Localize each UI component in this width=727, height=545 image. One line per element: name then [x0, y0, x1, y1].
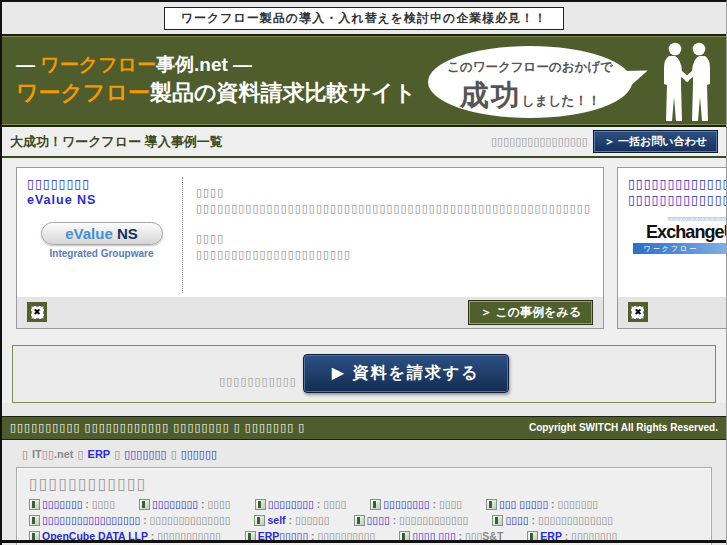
related-link-label[interactable]: self	[267, 514, 285, 526]
evalue-logo-subtitle: Integrated Groupware	[27, 248, 176, 259]
section-header: 大成功！ワークフロー 導入事例一覧 ▯▯▯▯▯▯▯▯▯▯▯▯▯▯▯▯ ＞ 一括お…	[2, 127, 726, 158]
evalue-logo-blue: eValue	[65, 225, 113, 242]
related-link-label[interactable]: ▯▯▯▯▯▯▯▯▯▯▯▯▯▯▯▯▯	[42, 514, 140, 526]
main-content: ▯▯▯▯▯▯▯▯eValue NS eValue NS Integrated G…	[2, 158, 726, 403]
bubble-text-top: このワークフローのおかげで	[428, 46, 632, 76]
breadcrumb-link[interactable]: ERP	[88, 448, 111, 460]
external-link-icon[interactable]	[29, 499, 40, 510]
section-body: ▯▯▯▯▯▯▯▯▯▯▯▯▯▯▯▯▯▯▯▯▯▯▯▯▯▯▯▯▯▯▯▯▯▯▯▯▯▯▯▯…	[196, 201, 591, 215]
footer-nav-placeholder: ▯▯▯▯▯▯▯▯▯▯ ▯▯▯▯▯▯▯▯▯▯▯▯ ▯▯▯▯▯▯▯▯ ▯ ▯▯▯▯▯…	[10, 421, 305, 434]
link-separator: :	[390, 514, 399, 526]
speech-bubble: このワークフローのおかげで 成功しました！！	[428, 46, 632, 118]
link-separator: :	[286, 514, 295, 526]
related-links-list: ▯▯▯▯▯▯▯ : ▯▯▯▯▯▯▯▯▯▯▯▯ : ▯▯▯▯▯▯▯▯▯▯▯▯ : …	[29, 496, 699, 545]
title-orange: ワークフロー	[40, 54, 156, 75]
card-main: ▯▯▯▯▯▯▯▯▯▯▯▯▯▯▯▯▯▯▯▯▯▯▯▯▯▯▯ ▯▯▯▯▯▯▯▯▯▯▯▯…	[618, 168, 727, 297]
section-heading: ▯▯▯▯	[196, 232, 591, 245]
top-banner-row: ワークフロー製品の導入・入れ替えを検討中の企業様必見！！	[2, 2, 726, 30]
link-separator: :	[529, 514, 538, 526]
evalue-logo: eValue NS Integrated Groupware	[27, 222, 176, 259]
exchangeuse-logo: ▯▯▯▯▯▯▯▯▯▯▯▯▯▯▯▯▯▯▯▯▯▯▯▯▯▯▯▯ ExchangeUSE…	[633, 216, 727, 254]
bubble-rest-word: しました！！	[521, 93, 600, 108]
related-link-label[interactable]: ▯▯▯▯▯▯▯▯	[383, 498, 429, 510]
breadcrumb-text: ▯	[171, 448, 177, 460]
bubble-big-word: 成功	[459, 79, 521, 111]
related-link-label[interactable]: ▯▯▯▯	[367, 514, 390, 526]
related-link-desc: ▯▯▯▯▯▯▯▯▯▯▯▯	[399, 514, 468, 526]
link-separator: :	[82, 498, 91, 510]
broken-image-icon[interactable]: ✖	[628, 302, 648, 322]
title-rest: 事例.net ―	[156, 54, 252, 75]
related-link-item: ▯▯▯▯▯▯▯▯▯▯▯▯▯▯▯▯▯ : ▯▯▯▯▯▯▯▯▯▯▯▯▯▯	[29, 512, 230, 528]
related-link-label[interactable]: ▯▯▯▯▯▯▯▯	[152, 498, 198, 510]
external-link-icon[interactable]	[354, 515, 365, 526]
title-dash: ―	[16, 54, 40, 75]
window-bottom-edge	[2, 540, 726, 543]
broken-image-icon[interactable]: ✖	[27, 302, 47, 322]
related-link-desc: ▯▯▯▯▯▯▯▯▯▯▯▯▯▯	[150, 514, 231, 526]
related-link-label[interactable]: ▯▯▯▯	[505, 514, 528, 526]
card-left-column: ▯▯▯▯▯▯▯▯eValue NS eValue NS Integrated G…	[27, 177, 183, 293]
site-title-block: ― ワークフロー事例.net ― ワークフロー製品の資料請求比較サイト	[16, 52, 416, 107]
related-links-title: ▯▯▯▯▯▯▯▯▯▯▯▯	[29, 474, 699, 493]
request-documents-button[interactable]: ▶ 資料を請求する	[303, 354, 509, 393]
external-link-icon[interactable]	[492, 515, 503, 526]
subheader-placeholder-text: ▯▯▯▯▯▯▯▯▯▯▯▯▯▯▯▯	[491, 135, 588, 148]
link-separator: :	[548, 498, 557, 510]
related-link-item: ▯▯▯▯▯▯▯▯ : ▯▯▯▯	[370, 496, 462, 512]
view-case-button[interactable]: ＞ この事例をみる	[468, 300, 593, 325]
card-main: ▯▯▯▯▯▯▯▯eValue NS eValue NS Integrated G…	[17, 168, 603, 297]
external-link-icon[interactable]	[370, 499, 381, 510]
cta-placeholder-text: ▯▯▯▯▯▯▯▯▯▯▯	[219, 375, 297, 388]
case-title-link[interactable]: ▯▯▯▯▯▯▯▯eValue NS	[27, 177, 176, 208]
card-text-column: ▯▯▯▯ ▯▯▯▯▯▯▯▯▯▯▯▯▯▯▯▯▯▯▯▯▯▯▯▯▯▯▯▯▯▯▯▯▯▯▯…	[183, 177, 595, 293]
breadcrumb-text: ▯	[78, 448, 84, 460]
case-title-line2: eValue NS	[27, 193, 96, 207]
external-link-icon[interactable]	[139, 499, 150, 510]
external-link-icon[interactable]	[486, 499, 497, 510]
related-link-item: ▯▯▯▯ : ▯▯▯▯▯▯▯▯▯▯▯▯▯	[492, 512, 613, 528]
breadcrumb-link[interactable]: ▯▯▯▯▯▯	[181, 448, 217, 460]
evalue-logo-navy: NS	[117, 225, 138, 242]
related-link-label[interactable]: ▯▯▯▯▯▯▯	[42, 498, 82, 510]
related-link-item: ▯▯▯▯▯▯▯ : ▯▯▯▯	[29, 496, 115, 512]
related-link-item: ▯▯▯▯▯▯▯▯ : ▯▯▯▯	[139, 496, 231, 512]
page-title: 大成功！ワークフロー 導入事例一覧	[10, 133, 223, 151]
card-left-column: ▯▯▯▯▯▯▯▯▯▯▯▯▯▯▯▯▯▯▯▯▯▯▯▯▯▯▯ ▯▯▯▯▯▯▯▯▯▯▯▯…	[628, 177, 727, 293]
external-link-icon[interactable]	[254, 515, 265, 526]
bubble-tail	[621, 66, 651, 91]
section-header-right: ▯▯▯▯▯▯▯▯▯▯▯▯▯▯▯▯ ＞ 一括お問い合わせ	[491, 130, 718, 153]
related-link-item: self : ▯▯▯▯▯▯	[254, 512, 329, 528]
link-separator: :	[430, 498, 439, 510]
bulk-contact-button[interactable]: ＞ 一括お問い合わせ	[593, 130, 718, 153]
exchangeuse-logo-bar: ワークフロー	[633, 243, 727, 254]
broken-image-x: ✖	[31, 306, 44, 319]
breadcrumb-text: ▯	[114, 448, 120, 460]
breadcrumb-link[interactable]: ▯▯▯▯▯▯▯	[124, 448, 166, 460]
related-link-desc: ▯▯▯▯▯▯▯	[558, 498, 598, 510]
site-title-line2: ワークフロー製品の資料請求比較サイト	[16, 78, 416, 108]
link-separator: :	[198, 498, 207, 510]
site-header: ― ワークフロー事例.net ― ワークフロー製品の資料請求比較サイト このワー…	[2, 34, 726, 127]
card-footer: ✖ ＞ この事例をみる	[17, 297, 603, 328]
related-link-desc: ▯▯▯▯▯▯	[295, 514, 330, 526]
case-title-line1: ▯▯▯▯▯▯▯▯▯▯▯▯▯	[628, 177, 727, 191]
case-section-1: ▯▯▯▯ ▯▯▯▯▯▯▯▯▯▯▯▯▯▯▯▯▯▯▯▯▯▯▯▯▯▯▯▯▯▯▯▯▯▯▯…	[196, 186, 591, 215]
browser-page: ワークフロー製品の導入・入れ替えを検討中の企業様必見！！ ― ワークフロー事例.…	[0, 0, 727, 545]
breadcrumb-text: IT▯▯.net	[32, 448, 73, 460]
case-title-link[interactable]: ▯▯▯▯▯▯▯▯▯▯▯▯▯▯▯▯▯▯▯▯▯▯▯▯▯▯▯	[628, 177, 727, 208]
related-link-desc: ▯▯▯▯	[92, 498, 115, 510]
evalue-logo-pill: eValue NS	[41, 222, 163, 245]
external-link-icon[interactable]	[29, 515, 40, 526]
related-links-box: ▯▯▯▯▯▯▯▯▯▯▯▯ ▯▯▯▯▯▯▯ : ▯▯▯▯▯▯▯▯▯▯▯▯ : ▯▯…	[16, 467, 712, 545]
section-heading: ▯▯▯▯	[196, 186, 591, 199]
related-link-label[interactable]: ▯▯▯ ▯▯▯▯▯	[499, 498, 548, 510]
case-card-evalue: ▯▯▯▯▯▯▯▯eValue NS eValue NS Integrated G…	[16, 167, 604, 329]
related-link-item: ▯▯▯▯▯▯▯▯ : ▯▯▯▯	[255, 496, 347, 512]
site-title-line1: ― ワークフロー事例.net ―	[16, 52, 416, 78]
related-link-label[interactable]: ▯▯▯▯▯▯▯▯	[268, 498, 314, 510]
footer-bar: ▯▯▯▯▯▯▯▯▯▯ ▯▯▯▯▯▯▯▯▯▯▯▯ ▯▯▯▯▯▯▯▯ ▯ ▯▯▯▯▯…	[2, 416, 726, 440]
external-link-icon[interactable]	[255, 499, 266, 510]
related-link-item: ▯▯▯▯ : ▯▯▯▯▯▯▯▯▯▯▯▯	[354, 512, 469, 528]
case-section-2: ▯▯▯▯ ▯▯▯▯▯▯▯▯▯▯▯▯▯▯▯▯▯▯▯▯▯▯	[196, 232, 591, 261]
